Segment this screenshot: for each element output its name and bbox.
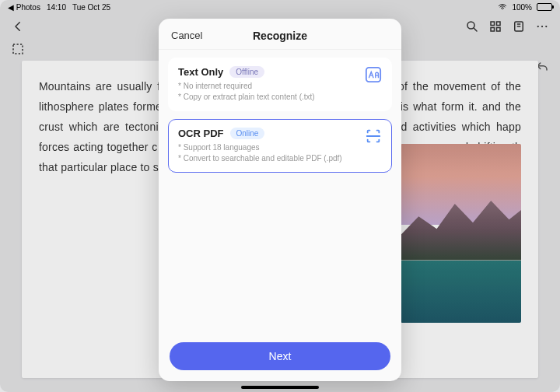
scan-ocr-icon [365,128,382,145]
option-desc-line: * Copy or extract plain text content (.t… [178,92,382,103]
next-button[interactable]: Next [170,342,390,370]
option-desc-line: * Support 18 languages [178,142,382,153]
option-title: Text Only [178,66,223,78]
modal-footer: Next [159,333,401,381]
modal-header: Cancel Recognize [159,19,401,50]
modal-overlay: Cancel Recognize Text Only Offline * No … [0,0,560,392]
home-indicator[interactable] [241,386,319,389]
option-desc-line: * No internet required [178,81,382,92]
online-badge: Online [230,128,265,139]
text-aa-icon [365,66,382,83]
modal-body: Text Only Offline * No internet required… [159,50,401,333]
option-text-only[interactable]: Text Only Offline * No internet required… [168,58,392,111]
recognize-modal: Cancel Recognize Text Only Offline * No … [159,19,401,381]
offline-badge: Offline [229,66,264,78]
cancel-button[interactable]: Cancel [171,30,202,41]
option-desc-line: * Convert to searchable and editable PDF… [178,153,382,164]
option-title: OCR PDF [178,128,224,139]
option-ocr-pdf[interactable]: OCR PDF Online * Support 18 languages * … [168,119,392,173]
modal-title: Recognize [253,30,307,42]
